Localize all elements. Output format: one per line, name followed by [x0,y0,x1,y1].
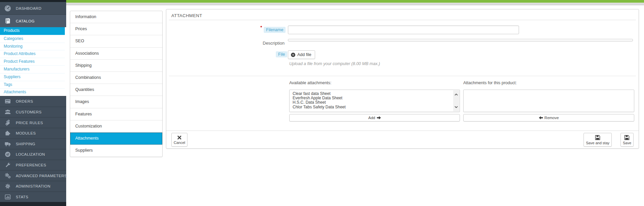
shipping-icon [3,141,13,147]
product-tabs: Information Prices SEO Associations Ship… [70,11,163,157]
dashboard-icon [3,5,13,12]
tab-attachments[interactable]: Attachments [70,133,162,145]
tab-combinations[interactable]: Combinations [70,72,162,84]
sidebar-bottom-strip [0,202,66,206]
sidebar-item-label: PREFERENCES [16,163,46,167]
stats-icon [3,194,13,200]
tab-quantities[interactable]: Quantities [70,84,162,96]
localization-icon [3,151,13,158]
sidebar-item-customers[interactable]: CUSTOMERS [0,107,66,117]
list-item[interactable]: Chlor Tabs Safety Data Sheet [293,105,460,109]
sidebar-item-label: ADVANCED PARAMETERS [16,174,67,178]
sidebar: DASHBOARD CATALOG Products Categories Mo… [0,0,66,206]
orders-icon [3,98,13,105]
sidebar-item-label: DASHBOARD [16,6,41,10]
tab-features[interactable]: Features [70,108,162,120]
sidebar-item-label: CATALOG [16,19,35,23]
sidebar-item-categories[interactable]: Categories [0,35,65,43]
add-button-label: Add [368,116,375,120]
sidebar-item-product-attributes[interactable]: Product Attributes [0,50,65,58]
remove-button-label: Remove [545,116,559,120]
scroll-down-icon[interactable] [453,104,459,110]
sidebar-item-catalog[interactable]: CATALOG [0,14,66,27]
tab-suppliers[interactable]: Suppliers [70,145,162,157]
product-attachments-list[interactable] [463,90,634,112]
filename-label: Filename [264,27,286,33]
sidebar-item-shipping[interactable]: SHIPPING [0,139,66,149]
tab-seo[interactable]: SEO [70,35,162,47]
tab-prices[interactable]: Prices [70,23,162,35]
sidebar-item-monitoring[interactable]: Monitoring [0,43,65,50]
customers-icon [3,109,13,115]
sidebar-item-modules[interactable]: MODULES [0,128,66,139]
sidebar-item-label: MODULES [16,131,36,135]
remove-attachment-button[interactable]: Remove [463,114,634,121]
tab-images[interactable]: Images [70,96,162,108]
section-divider [169,76,636,76]
tab-customization[interactable]: Customization [70,120,162,133]
sidebar-item-label: STATS [16,195,28,199]
sidebar-item-product-features[interactable]: Product Features [0,58,65,65]
file-upload-hint: Upload a file from your computer (8.00 M… [289,61,380,66]
list-item[interactable]: H.S.C. Data Sheet [293,100,460,105]
sidebar-item-manufacturers[interactable]: Manufacturers [0,65,65,73]
sidebar-item-suppliers[interactable]: Suppliers [0,73,65,81]
sidebar-item-label: SHIPPING [16,142,35,146]
modules-icon [3,130,13,137]
save-button[interactable]: Save [620,133,634,147]
prestashop-admin-screen: DASHBOARD CATALOG Products Categories Mo… [0,0,644,206]
plus-circle-icon [291,53,295,57]
advanced-parameters-icon [3,172,13,179]
required-asterisk: * [260,25,262,30]
filename-input[interactable] [288,25,519,34]
sidebar-item-administration[interactable]: ADMINISTRATION [0,181,66,192]
price-rules-icon [3,119,13,126]
save-and-stay-button[interactable]: Save and stay [584,133,612,147]
preferences-icon [3,162,13,168]
cancel-button[interactable]: Cancel [171,133,187,147]
available-attachments-list[interactable]: Clear fast data Sheet Everfresh Apple Da… [289,90,460,112]
attachment-panel: ATTACHMENT * Filename Description File A… [166,9,639,149]
success-notification-bar [66,0,644,3]
sidebar-item-products[interactable]: Products [0,27,65,35]
file-label: File [276,51,287,57]
scroll-up-icon[interactable] [453,92,459,98]
add-file-button-label: Add file [297,52,311,57]
sidebar-item-price-rules[interactable]: PRICE RULES [0,117,66,128]
list-scrollbar[interactable] [453,90,459,111]
panel-title-divider [169,20,636,20]
sidebar-item-attachments[interactable]: Attachments [0,88,65,96]
available-attachments-label: Available attachments: [289,81,332,85]
sidebar-item-label: CUSTOMERS [16,110,42,114]
sidebar-item-dashboard[interactable]: DASHBOARD [0,2,66,14]
panel-title: ATTACHMENT [171,13,202,18]
save-and-stay-button-label: Save and stay [586,141,609,145]
sidebar-item-advanced-parameters[interactable]: ADVANCED PARAMETERS [0,170,66,181]
save-icon [624,135,630,140]
description-input[interactable] [288,39,633,41]
administration-icon [3,183,13,190]
add-attachment-button[interactable]: Add [289,114,460,121]
catalog-submenu: Products Categories Monitoring Product A… [0,27,66,96]
tab-information[interactable]: Information [70,11,162,23]
arrow-right-icon [377,116,381,119]
tab-associations[interactable]: Associations [70,48,162,60]
arrow-left-icon [539,116,543,119]
add-file-button[interactable]: Add file [288,50,315,59]
sidebar-item-preferences[interactable]: PREFERENCES [0,160,66,170]
tab-shipping[interactable]: Shipping [70,60,162,72]
sidebar-item-stats[interactable]: STATS [0,192,66,202]
description-label: Description [263,41,285,46]
save-icon [595,135,600,140]
sidebar-item-label: ORDERS [16,99,33,103]
sidebar-item-orders[interactable]: ORDERS [0,96,66,107]
sidebar-item-localization[interactable]: LOCALIZATION [0,149,66,160]
sidebar-item-tags[interactable]: Tags [0,81,65,89]
save-button-label: Save [623,141,631,145]
header-bottom-strip [66,3,644,5]
sidebar-item-label: ADMINISTRATION [16,184,50,188]
sidebar-item-label: PRICE RULES [16,121,43,125]
sidebar-item-label: LOCALIZATION [16,152,45,156]
cancel-button-label: Cancel [174,141,185,145]
catalog-icon [3,17,13,25]
